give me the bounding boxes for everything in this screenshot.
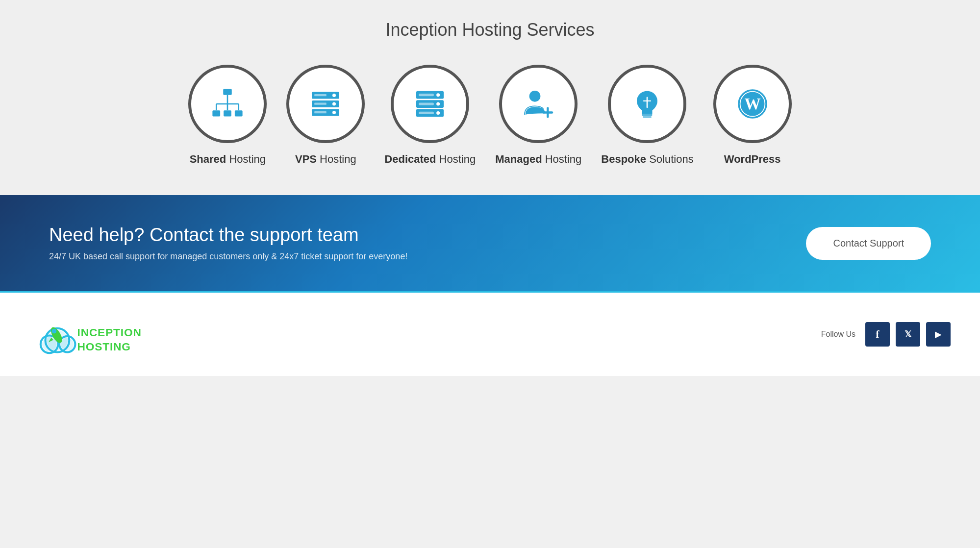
service-item-bespoke[interactable]: Bespoke Solutions xyxy=(601,65,693,166)
svg-text:INCEPTION: INCEPTION xyxy=(77,326,142,339)
svg-rect-3 xyxy=(235,110,243,116)
svg-text:W: W xyxy=(744,95,760,113)
wordpress-label: WordPress xyxy=(724,153,781,166)
svg-rect-16 xyxy=(315,102,327,104)
facebook-button[interactable]: f xyxy=(865,322,890,347)
service-item-wordpress[interactable]: W WordPress xyxy=(713,65,792,166)
twitter-button[interactable]: 𝕏 xyxy=(896,322,920,347)
service-item-shared[interactable]: Shared Hosting xyxy=(188,65,267,166)
svg-rect-15 xyxy=(315,94,327,96)
managed-hosting-label: Managed Hosting xyxy=(495,153,581,166)
svg-rect-1 xyxy=(213,110,221,116)
svg-point-26 xyxy=(436,111,440,115)
bespoke-solutions-icon xyxy=(630,87,664,121)
support-banner: Need help? Contact the support team 24/7… xyxy=(0,195,980,291)
svg-point-12 xyxy=(332,94,336,97)
social-container: Follow Us f 𝕏 ▶ xyxy=(821,322,951,347)
logo-container: INCEPTION HOSTING xyxy=(29,307,157,361)
services-section: Inception Hosting Services Shared Host xyxy=(0,0,980,195)
contact-support-button[interactable]: Contact Support xyxy=(806,227,931,260)
youtube-button[interactable]: ▶ xyxy=(926,322,951,347)
svg-rect-31 xyxy=(643,116,652,118)
follow-us-label: Follow Us xyxy=(821,330,855,339)
footer: INCEPTION HOSTING Follow Us f 𝕏 ▶ xyxy=(0,291,980,376)
svg-rect-22 xyxy=(419,102,434,105)
svg-point-25 xyxy=(436,102,440,106)
shared-hosting-icon xyxy=(210,87,245,121)
svg-rect-23 xyxy=(419,112,434,114)
dedicated-hosting-icon-circle xyxy=(391,65,469,143)
support-text: Need help? Contact the support team 24/7… xyxy=(49,224,407,262)
svg-point-44 xyxy=(52,329,57,334)
support-heading: Need help? Contact the support team xyxy=(49,224,407,246)
vps-hosting-label: VPS Hosting xyxy=(295,153,356,166)
vps-hosting-icon xyxy=(308,87,343,121)
shared-hosting-label: Shared Hosting xyxy=(190,153,266,166)
dedicated-hosting-label: Dedicated Hosting xyxy=(384,153,476,166)
bespoke-solutions-icon-circle xyxy=(608,65,686,143)
wordpress-icon-circle: W xyxy=(713,65,792,143)
services-grid: Shared Hosting VPS Hosting xyxy=(29,65,951,166)
svg-point-13 xyxy=(332,102,336,106)
wordpress-icon: W xyxy=(735,87,770,121)
service-item-vps[interactable]: VPS Hosting xyxy=(286,65,365,166)
service-item-managed[interactable]: Managed Hosting xyxy=(495,65,581,166)
svg-rect-0 xyxy=(224,89,232,95)
svg-point-14 xyxy=(332,111,336,114)
inception-hosting-logo: INCEPTION HOSTING xyxy=(29,307,157,361)
managed-hosting-icon xyxy=(521,87,555,121)
svg-rect-30 xyxy=(642,114,653,116)
svg-point-41 xyxy=(42,337,56,351)
support-subtext: 24/7 UK based call support for managed c… xyxy=(49,251,407,262)
page-title: Inception Hosting Services xyxy=(29,20,951,40)
vps-hosting-icon-circle xyxy=(286,65,365,143)
service-item-dedicated[interactable]: Dedicated Hosting xyxy=(384,65,476,166)
svg-text:HOSTING: HOSTING xyxy=(77,340,131,353)
svg-point-42 xyxy=(61,338,74,350)
dedicated-hosting-icon xyxy=(413,87,447,121)
svg-rect-2 xyxy=(224,110,231,116)
svg-point-27 xyxy=(529,91,541,102)
svg-rect-17 xyxy=(315,111,327,113)
shared-hosting-icon-circle xyxy=(188,65,267,143)
managed-hosting-icon-circle xyxy=(499,65,578,143)
svg-point-24 xyxy=(436,93,440,97)
svg-rect-21 xyxy=(419,94,434,96)
bespoke-solutions-label: Bespoke Solutions xyxy=(601,153,693,166)
